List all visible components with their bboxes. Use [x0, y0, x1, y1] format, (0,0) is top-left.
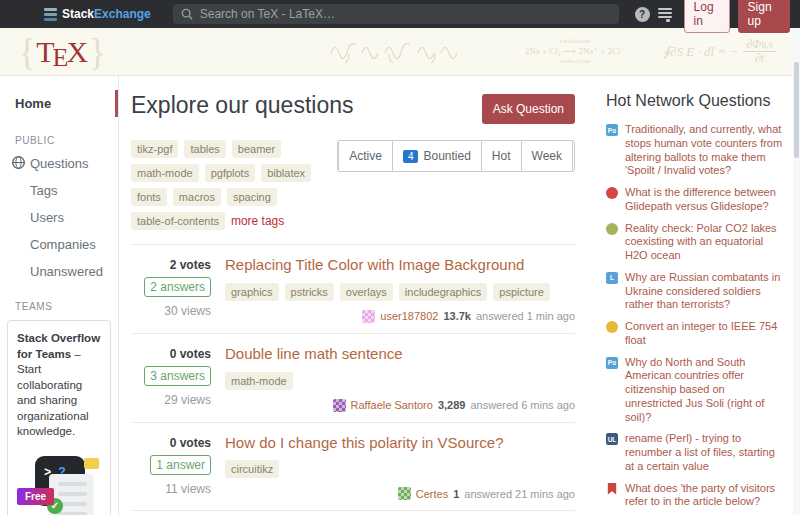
filter-tab-label: Hot — [492, 149, 511, 163]
hot-question-link: What does 'the party of visitors refer t… — [625, 482, 784, 510]
sidebar-item[interactable]: Companies — [0, 231, 118, 258]
hot-question-item[interactable]: UL rename (Perl) - trying to renumber a … — [606, 432, 784, 473]
question-attribution: Raffaele Santoro 3,289 answered 6 mins a… — [333, 399, 575, 412]
tag-filter-cloud: tikz-pgftablesbeamermath-modepgfplotsbib… — [131, 140, 337, 230]
page-title: Explore our questions — [131, 92, 353, 119]
question-title-link[interactable]: How do I change this polarity in VSource… — [225, 434, 575, 453]
tengwar-script-decoration — [327, 39, 487, 65]
user-link[interactable]: Raffaele Santoro — [351, 399, 433, 411]
tag-filter[interactable]: biblatex — [261, 164, 311, 182]
worldbuilding-icon — [606, 223, 618, 235]
vote-count: 2 votes — [170, 258, 211, 272]
tag-filter[interactable]: math-mode — [131, 164, 199, 182]
sidebar-item[interactable]: Tags — [0, 177, 118, 204]
chat-bubble-icon — [84, 458, 99, 469]
hot-question-item[interactable]: Reality check: Polar CO2 lakes coexistin… — [606, 222, 784, 263]
site-search — [173, 4, 619, 24]
question-title-link[interactable]: Double line math sentence — [225, 345, 575, 364]
tag[interactable]: circuitikz — [225, 460, 279, 478]
logo-brace-right: } — [88, 32, 106, 72]
ask-question-button[interactable]: Ask Question — [482, 94, 575, 124]
help-icon[interactable]: ? — [635, 7, 650, 22]
tag-filter[interactable]: tikz-pgf — [131, 140, 178, 158]
tag-filter[interactable]: pgfplots — [205, 164, 256, 182]
aviation-icon — [606, 187, 618, 199]
law-icon: L — [606, 272, 618, 284]
activity-meta: answered 6 mins ago — [470, 399, 575, 411]
question-tags: graphicspstricksoverlaysincludegraphicsp… — [225, 283, 575, 301]
search-icon — [181, 8, 193, 20]
hot-question-item[interactable]: Po Traditionally, and currently, what st… — [606, 123, 784, 178]
signup-button[interactable]: Sign up — [738, 0, 790, 33]
hot-question-item[interactable]: L Why are Russian combatants in Ukraine … — [606, 271, 784, 312]
tex-site-logo[interactable]: { T E X } — [18, 32, 106, 72]
left-navigation: Home PUBLIC Questions Tags Users — [0, 76, 119, 515]
tag[interactable]: overlays — [340, 283, 393, 301]
hot-question-link: What is the difference between Glidepath… — [625, 186, 784, 214]
filter-tab-label: Bountied — [423, 149, 470, 163]
filter-tab[interactable]: Month — [572, 141, 575, 171]
user-reputation: 3,289 — [438, 399, 466, 411]
question-row: 0 votes 0 answers 24 views Absence of ar… — [131, 510, 575, 515]
tag-filter[interactable]: tables — [184, 140, 225, 158]
globe-icon — [11, 155, 26, 170]
hot-question-item[interactable]: Po Why do North and South American count… — [606, 356, 784, 425]
tag-filter[interactable]: fonts — [131, 188, 167, 206]
site-switcher-icon[interactable] — [658, 8, 672, 21]
question-row: 2 votes 2 answers 30 views Replacing Tit… — [131, 244, 575, 333]
site-banner: { T E X } oxidation 2Na + Cl₂ ⟶ 2Na⁺ + 2… — [0, 28, 800, 76]
filter-tab[interactable]: 4 Bountied — [392, 141, 481, 171]
tag-filter[interactable]: beamer — [232, 140, 281, 158]
sidebar-item[interactable]: Questions — [0, 150, 118, 177]
tag[interactable]: includegraphics — [399, 283, 487, 301]
tag-filter[interactable]: spacing — [227, 188, 277, 206]
answer-count: 2 answers — [144, 277, 211, 297]
chemistry-equation-decoration: oxidation 2Na + Cl₂ ⟶ 2Na⁺ + 2Cl⁻ reduct… — [525, 37, 626, 66]
hot-question-item[interactable]: What is the difference between Glidepath… — [606, 186, 784, 214]
hot-question-item[interactable]: What does 'the party of visitors refer t… — [606, 482, 784, 510]
scrollbar-thumb[interactable] — [794, 62, 799, 158]
maxwell-equation-decoration: ∮∂S E · dl = − ∂ΦB,S∂t — [663, 38, 776, 65]
stackexchange-logo-icon — [44, 8, 57, 21]
tag[interactable]: graphics — [225, 283, 279, 301]
user-link[interactable]: Certes — [416, 488, 448, 500]
sidebar-item[interactable]: Unanswered — [0, 258, 118, 285]
sidebar-section-public: PUBLIC — [15, 135, 118, 146]
question-title-link[interactable]: Replacing Title Color with Image Backgro… — [225, 256, 575, 275]
filter-tab[interactable]: Hot — [481, 141, 521, 171]
tag[interactable]: pspicture — [493, 283, 550, 301]
user-reputation: 13.7k — [443, 310, 471, 322]
filter-tab[interactable]: Active — [338, 141, 392, 171]
view-count: 30 views — [164, 302, 211, 320]
hot-question-list: Po Traditionally, and currently, what st… — [606, 123, 784, 515]
user-link[interactable]: user187802 — [380, 310, 438, 322]
question-tags: math-mode — [225, 372, 575, 390]
avatar[interactable] — [398, 487, 411, 500]
avatar[interactable] — [362, 310, 375, 323]
hot-question-link: Traditionally, and currently, what stops… — [625, 123, 784, 178]
search-input[interactable] — [200, 7, 611, 21]
sidebar-item-home[interactable]: Home — [0, 88, 118, 119]
hot-network-questions-title: Hot Network Questions — [606, 92, 784, 110]
sidebar-item[interactable]: Users — [0, 204, 118, 231]
view-count: 29 views — [164, 391, 211, 409]
avatar[interactable] — [333, 399, 346, 412]
tag-filter[interactable]: table-of-contents — [131, 212, 225, 230]
vote-count: 0 votes — [170, 436, 211, 450]
vote-count: 0 votes — [170, 347, 211, 361]
stackexchange-logo[interactable]: StackExchange — [44, 7, 151, 21]
page-body: Home PUBLIC Questions Tags Users — [0, 76, 800, 515]
tag[interactable]: pstricks — [285, 283, 334, 301]
stackexchange-logo-text: StackExchange — [62, 7, 151, 21]
sidebar-item-label: Users — [30, 210, 64, 225]
answer-count: 1 answer — [150, 455, 211, 475]
codegolf-icon — [606, 321, 618, 333]
page-scrollbar — [793, 28, 800, 515]
login-button[interactable]: Log in — [684, 0, 730, 33]
activity-meta: answered 1 min ago — [476, 310, 575, 322]
more-tags-link[interactable]: more tags — [231, 214, 284, 228]
filter-tab[interactable]: Week — [521, 141, 572, 171]
tag-filter[interactable]: macros — [173, 188, 221, 206]
tag[interactable]: math-mode — [225, 372, 293, 390]
hot-question-item[interactable]: Convert an integer to IEEE 754 float — [606, 320, 784, 348]
